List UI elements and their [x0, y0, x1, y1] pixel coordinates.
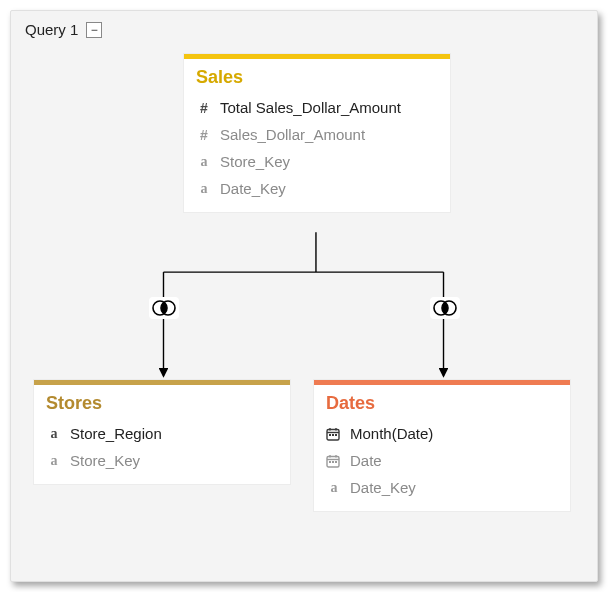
field-name: Date: [350, 452, 382, 469]
collapse-button[interactable]: −: [86, 22, 102, 38]
svg-rect-17: [335, 461, 337, 463]
text-type-icon: a: [46, 453, 62, 469]
field-row[interactable]: aStore_Key: [196, 148, 438, 175]
field-row[interactable]: #Sales_Dollar_Amount: [196, 121, 438, 148]
field-row[interactable]: aDate_Key: [196, 175, 438, 202]
field-row[interactable]: aStore_Region: [46, 420, 278, 447]
field-row[interactable]: aStore_Key: [46, 447, 278, 474]
query-diagram-canvas: Query 1 − Sales: [10, 10, 598, 582]
text-type-icon: a: [326, 480, 342, 496]
query-header: Query 1 −: [25, 21, 102, 38]
field-row[interactable]: Month(Date): [326, 420, 558, 447]
field-row[interactable]: Date: [326, 447, 558, 474]
field-row[interactable]: #Total Sales_Dollar_Amount: [196, 94, 438, 121]
field-name: Store_Region: [70, 425, 162, 442]
svg-rect-8: [329, 434, 331, 436]
field-name: Store_Key: [220, 153, 290, 170]
calendar-icon: [326, 427, 342, 441]
query-label: Query 1: [25, 21, 78, 38]
field-name: Month(Date): [350, 425, 433, 442]
field-name: Sales_Dollar_Amount: [220, 126, 365, 143]
field-list: Month(Date)DateaDate_Key: [314, 420, 570, 511]
field-list: aStore_RegionaStore_Key: [34, 420, 290, 484]
text-type-icon: a: [196, 181, 212, 197]
svg-rect-15: [329, 461, 331, 463]
text-type-icon: a: [46, 426, 62, 442]
hash-icon: #: [196, 127, 212, 143]
svg-rect-9: [332, 434, 334, 436]
calendar-icon: [326, 454, 342, 468]
table-card-stores[interactable]: Stores aStore_RegionaStore_Key: [33, 379, 291, 485]
field-name: Store_Key: [70, 452, 140, 469]
table-title: Sales: [184, 59, 450, 94]
field-list: #Total Sales_Dollar_Amount#Sales_Dollar_…: [184, 94, 450, 212]
join-icon[interactable]: [149, 297, 179, 319]
svg-rect-10: [335, 434, 337, 436]
table-title: Dates: [314, 385, 570, 420]
table-card-dates[interactable]: Dates Month(Date)DateaDate_Key: [313, 379, 571, 512]
text-type-icon: a: [196, 154, 212, 170]
field-name: Date_Key: [220, 180, 286, 197]
field-row[interactable]: aDate_Key: [326, 474, 558, 501]
field-name: Date_Key: [350, 479, 416, 496]
field-name: Total Sales_Dollar_Amount: [220, 99, 401, 116]
hash-icon: #: [196, 100, 212, 116]
table-title: Stores: [34, 385, 290, 420]
svg-rect-16: [332, 461, 334, 463]
join-icon[interactable]: [430, 297, 460, 319]
table-card-sales[interactable]: Sales #Total Sales_Dollar_Amount#Sales_D…: [183, 53, 451, 213]
